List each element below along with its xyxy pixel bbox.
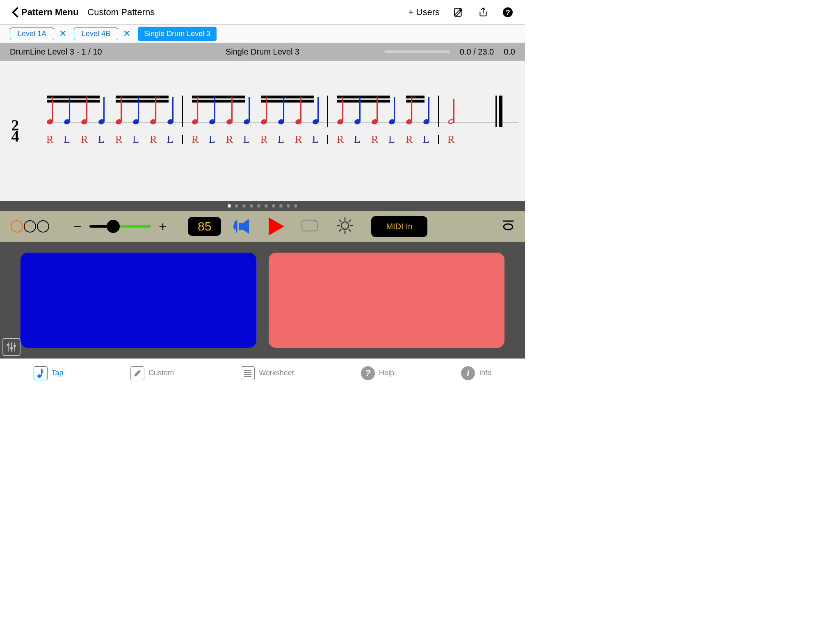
time-sig-bottom: 4 [7,131,24,142]
tab-label: Level 4B [74,27,118,40]
svg-line-10 [339,220,341,222]
tempo-thumb[interactable] [107,220,120,233]
sticking-letter: R [150,133,157,146]
settings-button[interactable] [335,216,355,237]
speaker-icon [233,218,252,235]
tap-pad-area [0,242,525,358]
page-dot[interactable] [242,204,246,208]
share-button[interactable] [477,7,489,18]
progress-track [384,50,450,53]
page-dot[interactable] [272,204,275,208]
svg-point-22 [37,374,41,378]
sliders-icon [5,341,18,353]
sticking-letter: L [64,133,70,146]
left-tap-pad[interactable] [21,253,256,348]
count-indicator [11,220,49,233]
sticking-letter: L [243,133,250,146]
svg-rect-21 [14,345,16,347]
bottom-tab-label: Tap [52,369,64,377]
back-label: Pattern Menu [21,7,78,18]
back-button[interactable]: Pattern Menu [11,7,78,18]
share-icon [478,7,488,18]
gear-icon [335,216,355,235]
status-bar: DrumLine Level 3 - 1 / 10 Single Drum Le… [0,43,525,61]
add-users-button[interactable]: + Users [409,7,440,18]
pattern-position-label: DrumLine Level 3 - 1 / 10 [10,47,102,57]
tempo-minus-button[interactable]: − [71,219,84,235]
sticking-letter: R [46,133,53,146]
bottom-tab-worksheet[interactable]: Worksheet [241,366,294,380]
page-dot[interactable] [279,204,283,208]
staff: RLRLRLRLRLRLRLRLRLRLRLR [47,94,518,168]
bottom-tab-custom[interactable]: Custom [130,366,174,380]
tab-chip[interactable]: Single Drum Level 3 [138,27,217,41]
sticking-letter: L [167,133,173,146]
info-circle-icon: i [461,366,475,380]
sticking-letter: L [132,133,139,146]
lines-icon [241,366,255,380]
svg-point-5 [341,222,349,229]
bottom-tab-info[interactable]: iInfo [461,366,491,380]
page-title: Custom Patterns [87,7,155,18]
mixer-button[interactable] [2,338,21,356]
note-icon [34,366,48,380]
compose-icon [453,7,464,18]
tab-chip[interactable]: Level 1A✕ [10,27,71,41]
bottom-tab-label: Custom [148,369,174,377]
play-button[interactable] [269,217,284,235]
right-tap-pad[interactable] [269,253,504,348]
tab-chip[interactable]: Level 4B✕ [74,27,135,41]
sticking-letter: R [192,133,199,146]
pencil-icon [130,366,144,380]
svg-point-15 [504,224,513,230]
sticking-letter: L [388,133,395,146]
page-dot[interactable] [257,204,260,208]
sticking-letter: R [371,133,378,146]
sticking-letter: L [312,133,319,146]
page-dot[interactable] [235,204,238,208]
sticking-letter: R [295,133,302,146]
compose-button[interactable] [453,7,464,18]
pattern-name-label: Single Drum Level 3 [226,47,299,57]
sticking-letter: R [447,133,454,146]
loop-button[interactable] [301,218,319,235]
page-dot[interactable] [294,204,297,208]
bottom-tab-help[interactable]: ?Help [361,366,394,380]
tabs-row: Level 1A✕Level 4B✕Single Drum Level 3 [0,25,525,43]
question-circle-icon: ? [361,366,375,380]
pagination-dots[interactable] [0,201,525,211]
tempo-plus-button[interactable]: + [156,219,170,235]
svg-rect-19 [7,344,9,346]
circle-active-icon [11,220,23,233]
score-value: 0.0 [504,47,515,57]
sticking-letter: R [337,133,344,146]
loop-icon [301,218,319,233]
tempo-display[interactable]: 85 [188,217,221,236]
svg-rect-20 [10,347,13,349]
bottom-tab-label: Worksheet [259,369,294,377]
page-dot[interactable] [265,204,268,208]
sticking-letter: L [278,133,284,146]
question-circle-icon: ? [502,7,513,18]
sticking-letter: L [423,133,429,146]
help-button[interactable]: ? [502,7,514,18]
page-dot[interactable] [287,204,290,208]
notation-area: 2 4 RLRLRLRLRLRLRLRLRLRLRLR [0,61,525,201]
bottom-tab-tap[interactable]: Tap [34,366,64,380]
page-dot[interactable] [228,204,231,208]
top-toolbar: Pattern Menu Custom Patterns + Users ? [0,0,525,25]
circle-icon [37,220,49,233]
page-dot[interactable] [250,204,253,208]
svg-text:?: ? [505,8,510,16]
svg-rect-3 [239,223,243,230]
svg-line-12 [349,220,351,222]
circle-icon [24,220,36,233]
tab-close-button[interactable]: ✕ [118,28,135,39]
svg-line-13 [339,229,341,231]
tab-close-button[interactable]: ✕ [54,28,71,39]
tab-label: Single Drum Level 3 [138,27,217,41]
sound-button[interactable] [233,218,252,235]
tempo-slider[interactable] [89,225,151,228]
midi-in-button[interactable]: MIDI In [371,216,427,237]
note-value-button[interactable] [502,220,514,233]
